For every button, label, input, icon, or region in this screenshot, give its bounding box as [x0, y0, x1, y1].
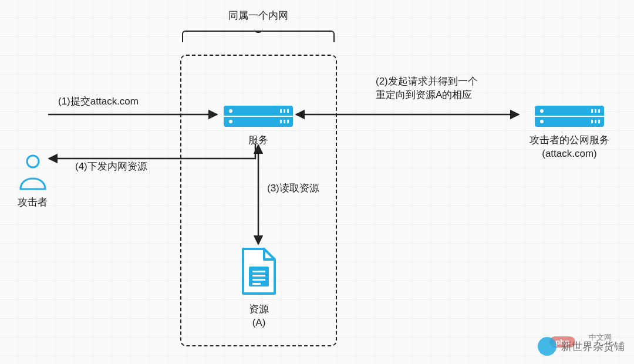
step2-label-line1: (2)发起请求并得到一个 — [376, 75, 517, 89]
svg-rect-9 — [284, 120, 285, 123]
step2-label: (2)发起请求并得到一个 重定向到资源A的相应 — [376, 75, 517, 102]
svg-rect-7 — [287, 109, 289, 113]
step4-label: (4)下发内网资源 — [75, 160, 181, 174]
step3-label: (3)读取资源 — [267, 182, 338, 196]
svg-rect-24 — [252, 279, 265, 281]
service-node: 服务 — [220, 105, 296, 147]
svg-rect-25 — [252, 283, 261, 285]
attacker-node: 攻击者 — [14, 154, 52, 210]
step2-label-line2: 重定向到资源A的相应 — [376, 89, 517, 102]
resource-label-2: (A) — [234, 316, 284, 330]
svg-rect-18 — [591, 120, 593, 123]
svg-point-13 — [540, 109, 544, 113]
watermark-logo-icon — [538, 337, 557, 356]
svg-point-14 — [540, 120, 544, 123]
svg-rect-23 — [252, 275, 265, 277]
server-icon — [534, 105, 605, 128]
svg-rect-2 — [224, 116, 293, 117]
svg-rect-15 — [591, 109, 593, 113]
resource-node: 资源 (A) — [234, 247, 284, 330]
document-icon — [238, 247, 279, 297]
svg-rect-5 — [280, 109, 282, 113]
svg-point-3 — [229, 109, 232, 113]
svg-rect-20 — [598, 120, 600, 123]
svg-rect-19 — [595, 120, 596, 123]
diagram-title: 同属一个内网 — [176, 9, 340, 23]
svg-rect-16 — [595, 109, 596, 113]
step1-label: (1)提交attack.com — [58, 95, 170, 109]
svg-rect-22 — [252, 271, 265, 272]
service-label: 服务 — [220, 134, 296, 147]
watermark-suffix: 中文网 — [589, 332, 612, 343]
svg-rect-12 — [535, 116, 604, 117]
brace-icon — [182, 31, 335, 42]
svg-rect-8 — [280, 120, 282, 123]
person-icon — [18, 154, 48, 190]
external-server-node: 攻击者的公网服务 (attack.com) — [522, 105, 616, 161]
svg-rect-10 — [287, 120, 289, 123]
svg-point-0 — [27, 156, 39, 167]
svg-rect-17 — [598, 109, 600, 113]
external-server-label-1: 攻击者的公网服务 — [522, 134, 616, 147]
server-icon — [222, 105, 294, 128]
resource-label-1: 资源 — [234, 303, 284, 316]
attacker-label: 攻击者 — [14, 196, 52, 210]
external-server-label-2: (attack.com) — [522, 147, 616, 161]
svg-point-4 — [229, 120, 232, 123]
svg-rect-6 — [284, 109, 285, 113]
